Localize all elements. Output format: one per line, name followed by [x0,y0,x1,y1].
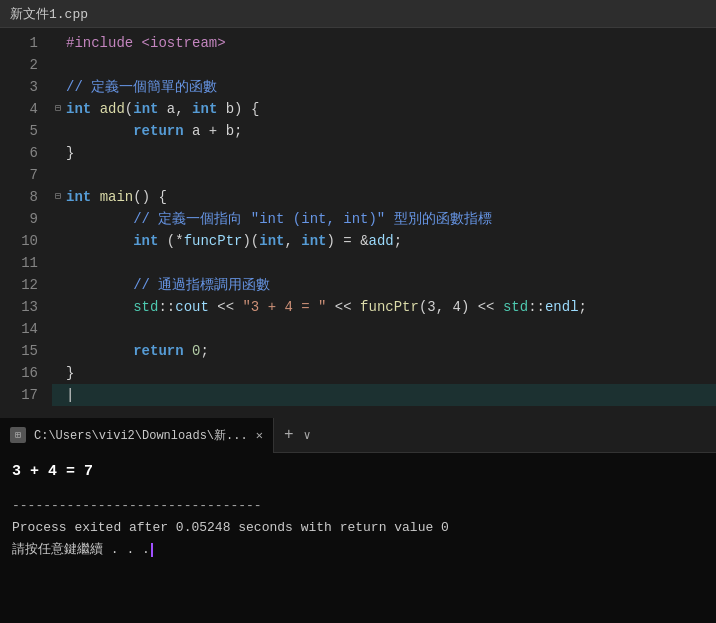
terminal-cursor [151,543,153,557]
terminal-tab-icon: ⊞ [10,427,26,443]
terminal-separator: -------------------------------- [12,495,704,517]
fold-icon[interactable]: ⊟ [52,191,64,203]
code-line: return a + b; [52,120,716,142]
code-line: // 定義一個簡單的函數 [52,76,716,98]
code-line: | [52,384,716,406]
code-line [52,164,716,186]
terminal-continue-line: 請按任意鍵繼續 . . . [12,539,704,561]
code-line: } [52,362,716,384]
code-line: // 通過指標調用函數 [52,274,716,296]
terminal-tab-bar: ⊞ C:\Users\vivi2\Downloads\新... ✕ + ∨ [0,418,716,453]
code-content[interactable]: #include <iostream>// 定義一個簡單的函數⊟int add(… [48,28,716,418]
fold-icon[interactable]: ⊟ [52,103,64,115]
code-area[interactable]: 1234567891011121314151617 #include <iost… [0,28,716,418]
terminal-process-line: Process exited after 0.05248 seconds wit… [12,517,704,539]
code-line [52,54,716,76]
terminal-add-tab-button[interactable]: + [274,426,304,444]
code-line: int (*funcPtr)(int, int) = &add; [52,230,716,252]
line-numbers: 1234567891011121314151617 [0,28,48,418]
terminal-chevron-button[interactable]: ∨ [303,428,310,443]
code-line [52,252,716,274]
terminal-panel: ⊞ C:\Users\vivi2\Downloads\新... ✕ + ∨ 3 … [0,418,716,623]
code-line: ⊟int add(int a, int b) { [52,98,716,120]
editor-title-bar: 新文件1.cpp [0,0,716,28]
terminal-output: 3 + 4 = 7 [12,461,704,483]
terminal-tab-label: C:\Users\vivi2\Downloads\新... [34,427,248,444]
code-line: #include <iostream> [52,32,716,54]
editor-filename: 新文件1.cpp [10,5,88,23]
code-line: } [52,142,716,164]
code-line: ⊟int main() { [52,186,716,208]
code-line: std::cout << "3 + 4 = " << funcPtr(3, 4)… [52,296,716,318]
code-line: // 定義一個指向 "int (int, int)" 型別的函數指標 [52,208,716,230]
editor-panel: 新文件1.cpp 1234567891011121314151617 #incl… [0,0,716,418]
terminal-tab-close-button[interactable]: ✕ [256,428,263,443]
terminal-tab[interactable]: ⊞ C:\Users\vivi2\Downloads\新... ✕ [0,418,274,453]
terminal-body: 3 + 4 = 7 ------------------------------… [0,453,716,623]
code-line: return 0; [52,340,716,362]
code-line [52,318,716,340]
